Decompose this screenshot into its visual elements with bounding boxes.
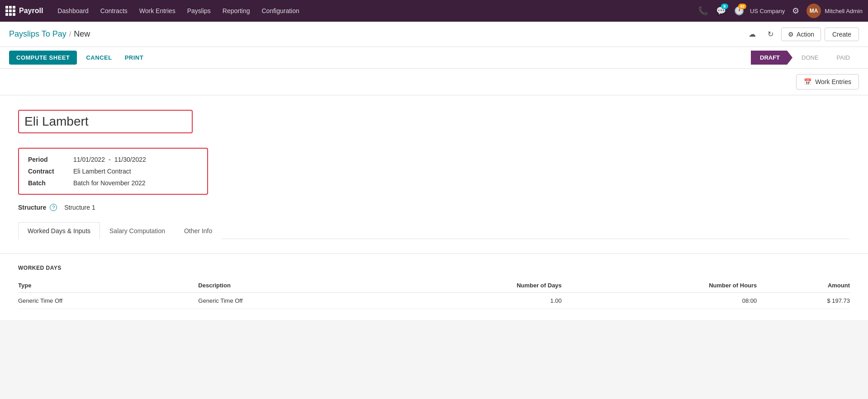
period-dash: - <box>109 156 111 163</box>
work-entries-label: Work Entries <box>815 78 851 85</box>
nav-dashboard[interactable]: Dashboard <box>52 5 94 17</box>
nav-reporting[interactable]: Reporting <box>217 5 256 17</box>
messages-badge: 9 <box>721 4 728 9</box>
cell-num-days: 1.00 <box>379 293 562 309</box>
status-bar: DRAFT DONE PAID <box>751 51 859 65</box>
period-start[interactable]: 11/01/2022 <box>73 156 105 163</box>
action-label: Action <box>797 31 814 38</box>
status-draft[interactable]: DRAFT <box>751 51 792 65</box>
breadcrumb-current: New <box>74 29 90 39</box>
form-card: 📅 Work Entries Period 11/01/2022 - 11/30… <box>0 69 868 320</box>
work-entries-area: 📅 Work Entries <box>0 69 868 95</box>
cell-num-hours: 08:00 <box>562 293 757 309</box>
cell-description: Generic Time Off <box>198 293 378 309</box>
contract-label: Contract <box>28 168 73 175</box>
work-entries-button[interactable]: 📅 Work Entries <box>796 74 859 89</box>
worked-days-table: Type Description Number of Days Number o… <box>18 278 850 309</box>
cancel-button[interactable]: CANCEL <box>82 51 115 65</box>
tab-salary-computation[interactable]: Salary Computation <box>100 222 175 239</box>
activities-badge: 40 <box>738 4 746 9</box>
navbar: Payroll Dashboard Contracts Work Entries… <box>0 0 868 22</box>
user-label: Mitchell Admin <box>825 8 863 14</box>
form-body: Period 11/01/2022 - 11/30/2022 Contract … <box>0 95 868 253</box>
contract-value[interactable]: Eli Lambert Contract <box>73 168 131 175</box>
period-end[interactable]: 11/30/2022 <box>114 156 146 163</box>
batch-value[interactable]: Batch for November 2022 <box>73 179 146 187</box>
create-button[interactable]: Create <box>825 28 859 41</box>
table-section: WORKED DAYS Type Description Number of D… <box>0 253 868 320</box>
messages-icon[interactable]: 💬 9 <box>714 4 728 18</box>
batch-row: Batch Batch for November 2022 <box>28 179 198 187</box>
nav-payslips[interactable]: Payslips <box>182 5 216 17</box>
settings-icon[interactable]: ⚙ <box>788 4 803 18</box>
cloud-upload-icon[interactable]: ☁ <box>745 27 759 42</box>
structure-label: Structure <box>18 204 46 211</box>
period-label: Period <box>28 156 73 163</box>
cell-amount: $ 197.73 <box>757 293 850 309</box>
batch-label: Batch <box>28 179 73 187</box>
tab-worked-days-inputs[interactable]: Worked Days & Inputs <box>18 222 100 239</box>
breadcrumb: Payslips To Pay / New <box>9 29 90 39</box>
tabs: Worked Days & Inputs Salary Computation … <box>18 222 850 239</box>
employee-name-input[interactable] <box>24 114 186 129</box>
navbar-menu: Dashboard Contracts Work Entries Payslip… <box>52 5 694 17</box>
header-row: Type Description Number of Days Number o… <box>18 278 850 293</box>
app-brand[interactable]: Payroll <box>5 6 43 16</box>
navbar-right: 📞 💬 9 🕐 40 US Company ⚙ MA Mitchell Admi… <box>696 4 863 18</box>
gear-icon: ⚙ <box>788 31 794 38</box>
period-value: 11/01/2022 - 11/30/2022 <box>73 156 146 163</box>
activities-icon[interactable]: 🕐 40 <box>732 4 746 18</box>
table-header: Type Description Number of Days Number o… <box>18 278 850 293</box>
avatar[interactable]: MA <box>806 4 821 18</box>
employee-name-field[interactable] <box>18 110 193 133</box>
table-row[interactable]: Generic Time Off Generic Time Off 1.00 0… <box>18 293 850 309</box>
grid-icon <box>5 6 15 16</box>
company-label: US Company <box>750 8 785 14</box>
period-section: Period 11/01/2022 - 11/30/2022 Contract … <box>18 148 208 195</box>
secondary-actions: ☁ ↻ ⚙ Action Create <box>745 27 859 42</box>
status-done[interactable]: DONE <box>792 51 828 65</box>
refresh-icon[interactable]: ↻ <box>763 27 778 42</box>
tab-other-info[interactable]: Other Info <box>175 222 222 239</box>
breadcrumb-separator: / <box>69 30 71 38</box>
status-paid[interactable]: PAID <box>828 51 859 65</box>
calendar-icon: 📅 <box>804 78 811 85</box>
cell-type: Generic Time Off <box>18 293 198 309</box>
secondary-bar: Payslips To Pay / New ☁ ↻ ⚙ Action Creat… <box>0 22 868 47</box>
structure-row: Structure ? Structure 1 <box>18 204 850 211</box>
col-num-days: Number of Days <box>379 278 562 293</box>
col-amount: Amount <box>757 278 850 293</box>
action-toolbar: COMPUTE SHEET CANCEL PRINT DRAFT DONE PA… <box>0 47 868 69</box>
help-icon[interactable]: ? <box>50 204 57 211</box>
breadcrumb-parent[interactable]: Payslips To Pay <box>9 29 66 39</box>
nav-work-entries[interactable]: Work Entries <box>134 5 181 17</box>
col-description: Description <box>198 278 378 293</box>
section-title: WORKED DAYS <box>18 265 850 271</box>
nav-configuration[interactable]: Configuration <box>256 5 305 17</box>
period-row: Period 11/01/2022 - 11/30/2022 <box>28 156 198 163</box>
main-content: 📅 Work Entries Period 11/01/2022 - 11/30… <box>0 69 868 320</box>
print-button[interactable]: PRINT <box>121 51 147 65</box>
support-icon[interactable]: 📞 <box>696 4 710 18</box>
structure-value[interactable]: Structure 1 <box>64 204 95 211</box>
app-name: Payroll <box>19 7 43 15</box>
contract-row: Contract Eli Lambert Contract <box>28 168 198 175</box>
compute-sheet-button[interactable]: COMPUTE SHEET <box>9 51 77 65</box>
col-type: Type <box>18 278 198 293</box>
nav-contracts[interactable]: Contracts <box>95 5 133 17</box>
col-num-hours: Number of Hours <box>562 278 757 293</box>
action-button[interactable]: ⚙ Action <box>781 28 821 41</box>
table-body: Generic Time Off Generic Time Off 1.00 0… <box>18 293 850 309</box>
action-toolbar-left: COMPUTE SHEET CANCEL PRINT <box>9 51 147 65</box>
